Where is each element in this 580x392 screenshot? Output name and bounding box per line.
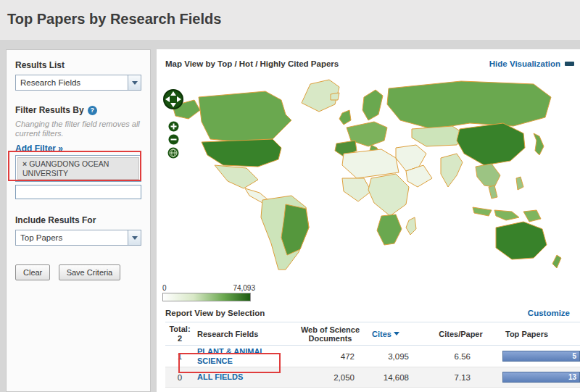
results-list-label: Results List [15, 60, 141, 70]
map-view-title: Map View by Top / Hot / Highly Cited Pap… [165, 59, 339, 68]
results-list-dropdown[interactable]: Research Fields [15, 75, 141, 91]
row-rank: 0 [165, 372, 194, 383]
row-field-cell: ALL FIELDS [194, 371, 296, 383]
top-papers-value: 13 [568, 373, 579, 381]
main-panel: Map View by Top / Hot / Highly Cited Pap… [157, 49, 580, 392]
filter-chip-label: GUANGDONG OCEAN UNIVERSITY [22, 159, 109, 178]
include-results-label: Include Results For [15, 215, 141, 225]
add-filter-link[interactable]: Add Filter » [15, 144, 63, 154]
field-link[interactable]: ALL FIELDS [197, 372, 243, 382]
column-header-cites-per-paper[interactable]: Cites/Paper [419, 328, 502, 341]
map-controls [162, 88, 184, 159]
legend-gradient-bar [162, 293, 251, 301]
page-title: Top Papers by Research Fields [0, 0, 580, 28]
world-map-svg [157, 72, 580, 281]
globe-reset-button[interactable] [167, 147, 179, 159]
column-header-documents[interactable]: Web of Science Documents [296, 323, 365, 345]
sidebar-buttons: Clear Save Criteria [15, 264, 141, 280]
top-papers-bar: 5 [502, 351, 580, 362]
pan-compass[interactable] [162, 88, 184, 110]
row-cites-per-paper: 7.13 [419, 372, 502, 383]
field-link[interactable]: PLANT & ANIMAL SCIENCE [197, 347, 293, 365]
include-results-selected: Top Papers [16, 230, 128, 245]
column-header-research-fields[interactable]: Research Fields [194, 328, 296, 341]
column-header-cites[interactable]: Cites [365, 328, 419, 341]
row-field-cell: PLANT & ANIMAL SCIENCE [194, 346, 296, 367]
table-header-row: Total: 2 Research Fields Web of Science … [165, 322, 580, 346]
sort-descending-icon [394, 332, 399, 338]
filter-results-label: Filter Results By? [15, 105, 141, 115]
legend-min-label: 0 [162, 284, 167, 292]
save-criteria-button[interactable]: Save Criteria [59, 264, 121, 280]
top-papers-value: 5 [572, 352, 579, 360]
results-list-selected: Research Fields [16, 75, 128, 90]
row-cites: 14,608 [365, 372, 419, 383]
page: Top Papers by Research Fields Results Li… [0, 0, 580, 392]
column-header-top-papers[interactable]: Top Papers [502, 328, 580, 341]
include-results-dropdown[interactable]: Top Papers [15, 230, 141, 246]
filter-note: Changing the filter field removes all cu… [15, 120, 141, 138]
total-count: Total: 2 [165, 325, 194, 343]
filter-chip[interactable]: ×GUANGDONG OCEAN UNIVERSITY [17, 157, 139, 180]
map-legend: 0 74,093 [157, 281, 580, 301]
top-papers-bar: 13 [502, 372, 580, 383]
row-cites-per-paper: 6.56 [419, 351, 502, 362]
zoom-out-button[interactable] [168, 134, 179, 145]
report-header: Report View by Selection Customize [157, 301, 580, 322]
world-map[interactable] [157, 72, 580, 281]
row-rank: 1 [165, 351, 194, 362]
row-top-papers-bar-cell: 5 [502, 346, 580, 367]
row-documents: 472 [296, 351, 365, 362]
table-row: 0 ALL FIELDS 2,050 14,608 7.13 13 [165, 367, 580, 388]
clear-button[interactable]: Clear [15, 264, 50, 280]
chevron-down-icon[interactable] [128, 75, 141, 90]
report-view-title: Report View by Selection [165, 309, 265, 317]
map-header: Map View by Top / Hot / Highly Cited Pap… [157, 49, 580, 72]
minus-icon [565, 62, 574, 66]
hide-visualization-link[interactable]: Hide Visualization [489, 59, 574, 68]
legend-max-label: 74,093 [233, 284, 255, 292]
remove-filter-icon[interactable]: × [22, 159, 27, 168]
page-header: Top Papers by Research Fields [0, 0, 580, 40]
row-documents: 2,050 [296, 372, 365, 383]
filter-input[interactable] [15, 185, 141, 199]
help-icon[interactable]: ? [88, 106, 97, 115]
chevron-down-icon[interactable] [128, 230, 141, 245]
results-table: Total: 2 Research Fields Web of Science … [165, 322, 580, 388]
zoom-in-button[interactable] [168, 121, 179, 132]
table-row: 1 PLANT & ANIMAL SCIENCE 472 3,095 6.56 … [165, 346, 580, 367]
sidebar: Results List Research Fields Filter Resu… [6, 49, 151, 392]
customize-link[interactable]: Customize [528, 309, 570, 317]
filter-box: ×GUANGDONG OCEAN UNIVERSITY [15, 155, 141, 182]
row-cites: 3,095 [365, 351, 419, 362]
row-top-papers-bar-cell: 13 [502, 367, 580, 387]
